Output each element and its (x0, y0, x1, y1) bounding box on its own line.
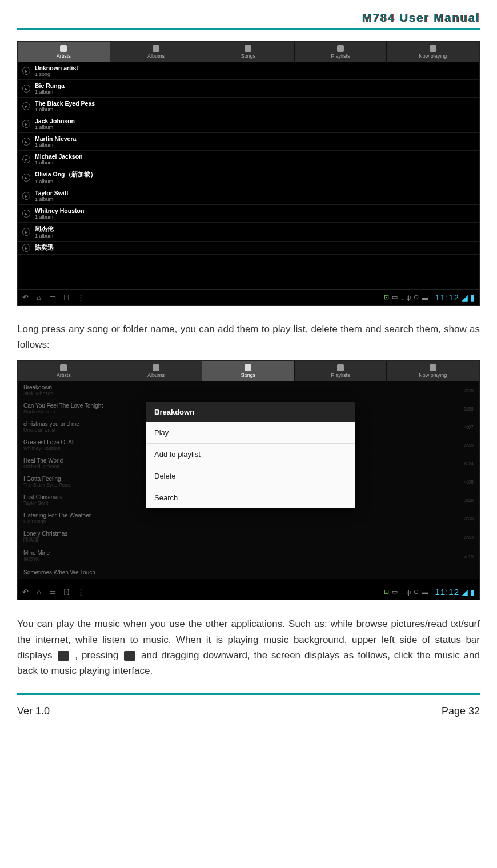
song-info: Mine Mine周杰伦 (23, 550, 50, 563)
expand-arrow-icon[interactable]: ▸ (22, 102, 30, 110)
tab-label: Now playing (419, 53, 447, 59)
expand-arrow-icon[interactable]: ▸ (22, 155, 30, 163)
context-item-delete[interactable]: Delete (146, 465, 355, 487)
context-item-search[interactable]: Search (146, 487, 355, 508)
song-duration: 3:28 (464, 388, 474, 393)
expand-arrow-icon[interactable]: ▸ (22, 174, 30, 182)
artist-row[interactable]: ▸Bic Runga1 album (18, 80, 479, 98)
artist-row[interactable]: ▸Martin Nievera1 album (18, 133, 479, 151)
expand-arrow-icon[interactable]: ▸ (22, 228, 30, 236)
artist-row[interactable]: ▸周杰伦1 album (18, 223, 479, 242)
artist-info: Martin Nievera1 album (35, 135, 76, 148)
artist-info: Olivia Ong（新加坡）1 album (35, 171, 97, 184)
song-row[interactable]: BreakdownJack Johnson3:28 (18, 381, 479, 400)
tab-albums[interactable]: Albums (110, 361, 203, 381)
expand-arrow-icon[interactable]: ▸ (22, 67, 30, 75)
screenshot-icon[interactable]: [◦] (64, 294, 69, 300)
expand-arrow-icon[interactable]: ▸ (22, 244, 30, 252)
artist-row[interactable]: ▸Olivia Ong（新加坡）1 album (18, 168, 479, 187)
expand-arrow-icon[interactable]: ▸ (22, 192, 30, 200)
context-menu: Breakdown PlayAdd to playlistDeleteSearc… (146, 402, 355, 508)
artist-info: Whitney Houston1 album (35, 207, 84, 220)
tab-label: Albums (147, 53, 165, 59)
menu-icon[interactable]: ⋮ (77, 588, 85, 596)
tab-label: Songs (241, 53, 256, 59)
song-info: Sometimes When We Touch (23, 569, 95, 576)
recent-icon[interactable]: ▭ (49, 293, 56, 302)
artist-row[interactable]: ▸Whitney Houston1 album (18, 205, 479, 223)
menu-icon[interactable]: ⋮ (77, 293, 85, 302)
song-artist: 陈奕迅 (23, 537, 67, 544)
recent-icon[interactable]: ▭ (49, 588, 56, 596)
artist-subtitle: 1 album (35, 107, 95, 112)
paragraph-longpress: Long press any song or folder name, you … (17, 322, 480, 352)
tab-playlists[interactable]: Playlists (295, 361, 387, 381)
artist-row[interactable]: ▸Jack Johnson1 album (18, 115, 479, 133)
artist-row[interactable]: ▸Unknown artist1 song (18, 62, 479, 80)
artist-row[interactable]: ▸The Black Eyed Peas1 album (18, 98, 479, 115)
context-item-add-to-playlist[interactable]: Add to playlist (146, 444, 355, 465)
screenshot-filler (18, 579, 479, 584)
song-row[interactable]: Listening For The WeatherBic Runga3:30 (18, 509, 479, 528)
system-navbar: ↶ ⌂ ▭ [◦] ⋮ ⊡ ▭ ↓ ψ ⊙ ▬ 11:12 ◢ ▮ (18, 584, 479, 600)
artist-list: ▸Unknown artist1 song▸Bic Runga1 album▸T… (18, 62, 479, 255)
tab-now-playing[interactable]: Now playing (387, 42, 479, 62)
expand-arrow-icon[interactable]: ▸ (22, 85, 30, 93)
expand-arrow-icon[interactable]: ▸ (22, 138, 30, 146)
music-tabs: ArtistsAlbumsSongsPlaylistsNow playing (18, 42, 479, 62)
tab-playlists[interactable]: Playlists (295, 42, 387, 62)
tab-label: Songs (241, 372, 256, 378)
expand-arrow-icon[interactable]: ▸ (22, 210, 30, 218)
song-artist: 周杰伦 (23, 556, 50, 563)
now-playing-icon (430, 45, 436, 52)
artist-row[interactable]: ▸Taylor Swift1 album (18, 187, 479, 205)
tab-songs[interactable]: Songs (202, 42, 295, 62)
tab-now-playing[interactable]: Now playing (387, 361, 479, 381)
back-icon[interactable]: ↶ (22, 293, 29, 302)
song-row[interactable]: Sometimes When We Touch (18, 566, 479, 579)
song-info: christmas you and meUnknown artist (23, 421, 79, 433)
artist-row[interactable]: ▸陈奕迅 (18, 242, 479, 255)
artist-subtitle: 1 album (35, 196, 69, 202)
home-icon[interactable]: ⌂ (37, 588, 41, 596)
screenshot-icon[interactable]: [◦] (64, 589, 69, 595)
back-icon[interactable]: ↶ (22, 588, 29, 596)
tab-artists[interactable]: Artists (18, 42, 110, 62)
song-duration: 3:58 (464, 406, 474, 412)
usb-icon: ψ (407, 589, 411, 596)
tab-albums[interactable]: Albums (110, 42, 203, 62)
download-icon: ↓ (400, 589, 404, 596)
tab-artists[interactable]: Artists (18, 361, 110, 381)
artist-info: Bic Runga1 album (35, 82, 65, 95)
screenshot-artists: ArtistsAlbumsSongsPlaylistsNow playing ▸… (17, 41, 480, 306)
song-duration: 4:05 (464, 479, 474, 485)
battery-icon: ▮ (470, 588, 475, 597)
songs-icon (245, 45, 251, 52)
artist-info: 陈奕迅 (35, 244, 54, 252)
tab-songs[interactable]: Songs (202, 361, 295, 381)
song-row[interactable]: Lonely Christmas陈奕迅4:43 (18, 528, 479, 547)
playlists-icon (337, 364, 344, 371)
page-header-title: M784 User Manual (17, 11, 480, 28)
artist-subtitle: 1 album (35, 179, 97, 184)
expand-arrow-icon[interactable]: ▸ (22, 120, 30, 128)
albums-icon (153, 364, 159, 371)
artist-row[interactable]: ▸Michael Jackson1 album (18, 151, 479, 168)
artist-name: Olivia Ong（新加坡） (35, 171, 97, 179)
artist-subtitle: 1 album (35, 124, 75, 130)
song-duration: 4:19 (464, 554, 474, 560)
sd-icon: ▬ (422, 294, 428, 301)
home-icon[interactable]: ⌂ (37, 293, 41, 302)
song-duration: 4:49 (464, 443, 474, 448)
sd-icon: ▬ (422, 589, 428, 596)
tab-label: Albums (147, 372, 165, 378)
artist-name: The Black Eyed Peas (35, 100, 95, 107)
artist-subtitle: 1 album (35, 214, 84, 220)
footer-divider (17, 693, 480, 695)
song-title: christmas you and me (23, 421, 79, 427)
song-info: Greatest Love Of AllWhitney Houston (23, 439, 75, 451)
song-row[interactable]: Mine Mine周杰伦4:19 (18, 547, 479, 566)
context-item-play[interactable]: Play (146, 422, 355, 444)
song-title: Listening For The Weather (23, 512, 91, 519)
song-artist: Martin Nievera (23, 409, 103, 415)
